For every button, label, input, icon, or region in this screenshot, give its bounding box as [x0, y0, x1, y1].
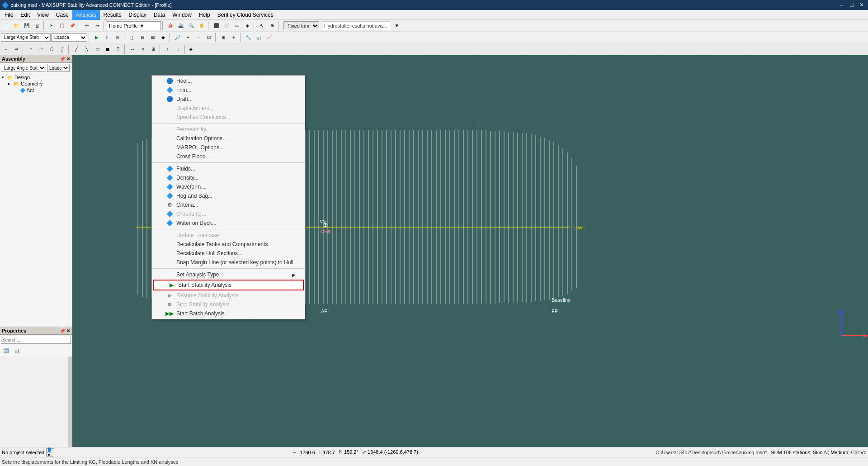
tb-side[interactable]: ⬜	[222, 21, 231, 31]
menu-edit[interactable]: Edit	[17, 10, 33, 20]
menu-density[interactable]: 🔷 Density...	[152, 173, 305, 182]
tb-view-side[interactable]: ⊟	[137, 33, 147, 43]
menu-waveform[interactable]: 🔷 Waveform...	[152, 182, 305, 191]
panel-pin-icon[interactable]: 📌 ✕	[60, 57, 70, 62]
minimize-button[interactable]: ─	[837, 1, 846, 9]
tb-view-plan[interactable]: ⊠	[148, 33, 158, 43]
menu-start-stability[interactable]: ▶ Start Stability Analysis	[153, 280, 304, 290]
tb-extra1[interactable]: 🔧	[243, 33, 253, 43]
tb-open[interactable]: 📁	[11, 21, 21, 31]
tb-fill[interactable]: ◼	[103, 44, 113, 54]
close-button[interactable]: ✕	[857, 1, 866, 9]
tb-poly[interactable]: ⬡	[47, 44, 57, 54]
menu-window[interactable]: Window	[169, 10, 195, 20]
menu-display[interactable]: Display	[125, 10, 150, 20]
tb-3d[interactable]: ◈	[242, 21, 252, 31]
props-pin-icon[interactable]: 📌 ✕	[60, 328, 70, 333]
menu-analysis[interactable]: Analysis	[72, 10, 100, 20]
menu-heel[interactable]: 🔵 Heel...	[152, 76, 305, 86]
tb-text-tool[interactable]: T	[113, 44, 123, 54]
menu-water-deck[interactable]: 🔷 Water on Deck...	[152, 219, 305, 228]
menu-update-loadcase[interactable]: Update Loadcase	[152, 231, 305, 240]
menu-calibration[interactable]: Calibration Options...	[152, 134, 305, 143]
assembly-loadcase-select[interactable]: Loadca	[47, 64, 70, 72]
menu-snap-margin[interactable]: Snap Margin Line (or selected key points…	[152, 258, 305, 267]
menu-file[interactable]: File	[1, 10, 17, 20]
tb-view-front[interactable]: ◫	[127, 33, 137, 43]
tb-extra3[interactable]: 📈	[264, 33, 274, 43]
menu-criteria[interactable]: ⚙ Criteria...	[152, 200, 305, 209]
assembly-analysis-select[interactable]: Large Angle Stab	[1, 64, 46, 72]
analysis-type-select[interactable]: Large Angle Stab	[1, 33, 51, 42]
fixed-trim-select[interactable]: Fixed trim	[283, 21, 319, 30]
tb-sort-asc[interactable]: ↑	[163, 44, 173, 54]
tb-redo[interactable]: ↪	[92, 21, 102, 31]
menu-hog-sag[interactable]: 🔷 Hog and Sag...	[152, 191, 305, 200]
tb-front[interactable]: ⬛	[211, 21, 221, 31]
menu-view[interactable]: View	[33, 10, 52, 20]
menu-permeability[interactable]: Permeability...	[152, 125, 305, 134]
props-group-btn[interactable]: 📊	[12, 346, 22, 356]
maximize-button[interactable]: □	[847, 1, 856, 9]
menu-bentley[interactable]: Bentley Cloud Services	[214, 10, 277, 20]
tb-arrow1[interactable]: →	[1, 44, 11, 54]
tb-circle[interactable]: ○	[26, 44, 36, 54]
tb-undo[interactable]: ↩	[82, 21, 92, 31]
menu-cross-flood[interactable]: Cross Flood...	[152, 152, 305, 161]
menu-displacement[interactable]: Displacement...	[152, 104, 305, 113]
props-sort-btn[interactable]: 🔤	[1, 346, 11, 356]
tb-snap2[interactable]: ⌗	[138, 44, 148, 54]
tb-dim[interactable]: ↔	[127, 44, 137, 54]
tb-pan[interactable]: ✋	[197, 21, 207, 31]
menu-start-batch[interactable]: ▶▶ Start Batch Analysis	[152, 309, 305, 318]
tb-pause-analysis[interactable]: ⏸	[102, 33, 112, 43]
tb-extra2[interactable]: 📊	[254, 33, 264, 43]
tb-group[interactable]: ⊞	[148, 44, 158, 54]
profile-dropdown[interactable]: Home Profile ▼	[107, 21, 161, 30]
tb-move[interactable]: ⊕	[267, 21, 277, 31]
tb-line2[interactable]: ╲	[82, 44, 92, 54]
tb-bezier[interactable]: ∫	[57, 44, 67, 54]
tb-rect[interactable]: ▭	[92, 44, 102, 54]
tb-start-analysis[interactable]: ▶	[92, 33, 102, 43]
menu-fluids[interactable]: 🔷 Fluids...	[152, 164, 305, 173]
menu-grounding[interactable]: 🔷 Grounding...	[152, 209, 305, 219]
menu-marpol[interactable]: MARPOL Options...	[152, 143, 305, 152]
tb-cut[interactable]: ✂	[47, 21, 57, 31]
hydrostatic-dropdown-btn[interactable]: ▼	[392, 21, 402, 31]
tree-item-geometry[interactable]: ▸ 📂 Geometry	[1, 81, 71, 87]
tree-item-futi[interactable]: 🔷 futi	[1, 87, 71, 93]
tb-line1[interactable]: ╱	[71, 44, 81, 54]
tb-zoom-in[interactable]: +	[183, 33, 193, 43]
menu-help[interactable]: Help	[195, 10, 214, 20]
menu-resume-stability[interactable]: ▶ Resume Stability Analysis	[152, 291, 305, 300]
properties-search-input[interactable]	[1, 336, 71, 344]
tb-snap[interactable]: ⌖	[229, 33, 239, 43]
tb-zoom-all[interactable]: 🔎	[173, 33, 183, 43]
tree-item-design[interactable]: ▾ 📁 Design	[1, 74, 71, 81]
tb-view-3d[interactable]: ◆	[158, 33, 168, 43]
tb-boat2[interactable]: 🚢	[176, 21, 186, 31]
tb-arrow2[interactable]: ⇒	[11, 44, 21, 54]
tb-select[interactable]: ↖	[257, 21, 267, 31]
menu-specified-conditions[interactable]: Specified Conditions...	[152, 113, 305, 122]
menu-trim[interactable]: 🔷 Trim...	[152, 86, 305, 95]
tb-zoom[interactable]: 🔍	[186, 21, 196, 31]
tb-zoom-sel[interactable]: ⊡	[204, 33, 214, 43]
project-person-icon[interactable]: 👤▼	[46, 448, 54, 456]
menu-draft[interactable]: 🔵 Draft...	[152, 95, 305, 104]
tb-paste[interactable]: 📌	[67, 21, 77, 31]
tb-top[interactable]: ▭	[232, 21, 242, 31]
tb-stop-analysis[interactable]: ⏹	[113, 33, 123, 43]
tb-grid-toggle[interactable]: ⊞	[218, 33, 228, 43]
menu-case[interactable]: Case	[52, 10, 72, 20]
menu-set-analysis-type[interactable]: Set Analysis Type ▶	[152, 270, 305, 279]
menu-data[interactable]: Data	[150, 10, 169, 20]
tb-sort-desc[interactable]: ↓	[173, 44, 183, 54]
tb-boat1[interactable]: ⛵	[165, 21, 175, 31]
menu-results[interactable]: Results	[100, 10, 125, 20]
menu-stop-stability[interactable]: ⏹ Stop Stability Analysis	[152, 300, 305, 309]
loadcase-select[interactable]: Loadca	[51, 33, 87, 42]
tb-zoom-out[interactable]: -	[193, 33, 203, 43]
menu-recalc-tanks[interactable]: Recalculate Tanks and Compartments	[152, 240, 305, 249]
